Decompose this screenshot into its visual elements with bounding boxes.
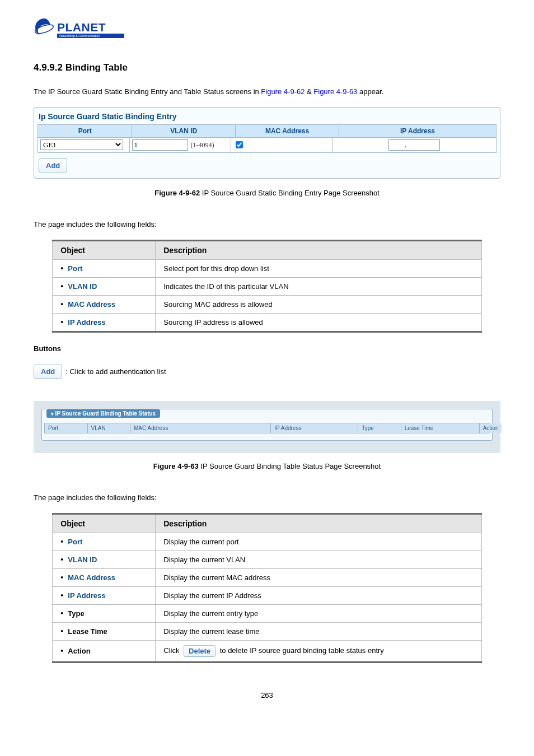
vlan-hint: (1-4094) <box>190 141 214 150</box>
figure-63-caption: Figure 4-9-63 IP Source Guard Binding Ta… <box>34 462 500 470</box>
t1-h2: Description <box>156 241 481 260</box>
figure-62-caption: Figure 4-9-62 IP Source Guard Static Bin… <box>34 189 500 197</box>
add-button-image: Add <box>34 365 62 379</box>
ip-input[interactable] <box>388 139 440 151</box>
fields-table-2: Object Description •PortDisplay the curr… <box>52 513 481 663</box>
col-mac-header: MAC Address <box>236 125 339 137</box>
intro-paragraph: The IP Source Guard Static Binding Entry… <box>34 87 500 97</box>
section-heading: 4.9.9.2 Binding Table <box>34 62 500 73</box>
figure-link-63[interactable]: Figure 4-9-63 <box>313 87 357 96</box>
col-port-header: Port <box>38 125 132 137</box>
buttons-heading: Buttons <box>34 344 500 354</box>
fields-table-1: Object Description •PortSelect port for … <box>52 240 481 333</box>
port-select[interactable]: GE1 <box>40 139 123 150</box>
add-button-description: Add : Click to add authentication list <box>34 365 500 379</box>
status-screenshot: IP Source Guard Binding Table Status Por… <box>34 401 500 453</box>
fields-intro-1: The page includes the following fields: <box>34 220 500 230</box>
panel-title: Ip Source Guard Static Binding Entry <box>38 111 496 124</box>
page-number: 263 <box>34 691 500 699</box>
fields-intro-2: The page includes the following fields: <box>34 493 500 503</box>
status-panel-title: IP Source Guard Binding Table Status <box>46 409 160 418</box>
delete-button-image: Delete <box>184 645 216 657</box>
vlan-input[interactable] <box>132 139 188 151</box>
col-vlan-header: VLAN ID <box>132 125 236 137</box>
status-header-row: Port VLAN MAC Address IP Address Type Le… <box>44 423 490 433</box>
figure-link-62[interactable]: Figure 4-9-62 <box>261 87 305 96</box>
binding-entry-panel: Ip Source Guard Static Binding Entry Por… <box>34 107 500 179</box>
t2-h1: Object <box>53 514 156 533</box>
mac-checkbox[interactable] <box>236 141 243 148</box>
brand-logo: PLANET Networking & Communication <box>34 17 500 45</box>
add-button[interactable]: Add <box>39 158 67 172</box>
action-cell: Click Delete to delete IP source guard b… <box>156 640 481 662</box>
t2-h2: Description <box>156 514 481 533</box>
col-ip-header: IP Address <box>339 125 496 137</box>
logo-tagline: Networking & Communication <box>59 34 100 38</box>
logo-brand-text: PLANET <box>57 21 106 34</box>
t1-h1: Object <box>53 241 156 260</box>
